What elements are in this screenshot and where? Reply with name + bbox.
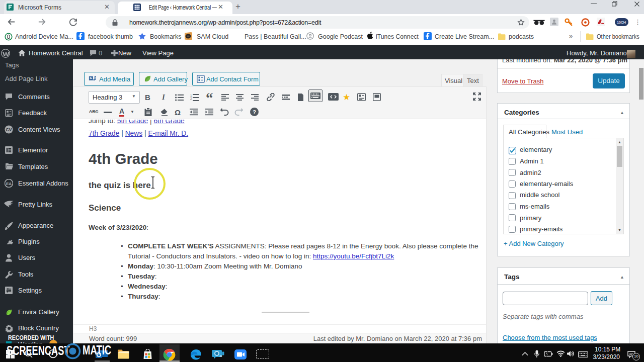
svg-text:2: 2 <box>190 97 192 100</box>
svg-text:?: ? <box>253 109 256 115</box>
svg-text:EA: EA <box>6 182 12 186</box>
svg-text:32: 32 <box>219 354 222 357</box>
svg-text:1: 1 <box>190 94 192 97</box>
svg-text:CV: CV <box>6 127 12 132</box>
